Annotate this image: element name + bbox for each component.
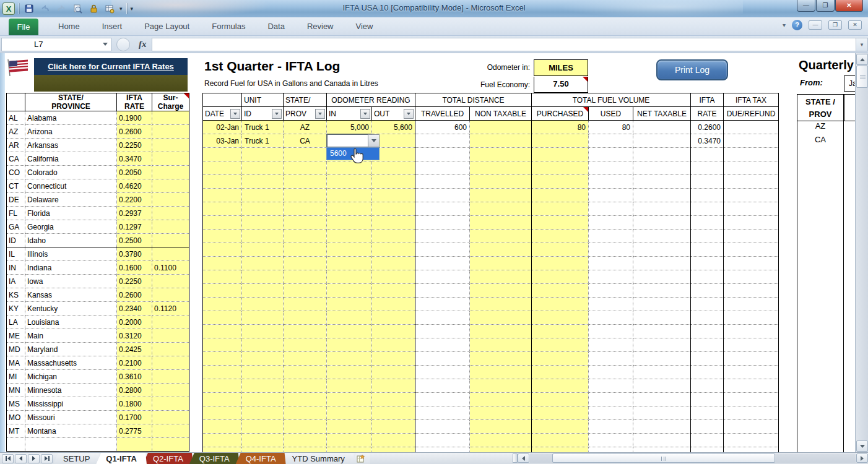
log-cell[interactable] (532, 311, 589, 325)
cell-rate[interactable]: 0.3780 (117, 247, 152, 261)
log-cell[interactable] (724, 434, 779, 447)
cell-name[interactable]: Main (25, 329, 117, 343)
log-cell[interactable] (633, 298, 691, 311)
log-cell[interactable] (242, 284, 284, 298)
log-cell[interactable] (724, 447, 779, 453)
cell-sur[interactable] (152, 111, 189, 125)
log-cell[interactable] (589, 270, 633, 284)
log-cell[interactable] (284, 420, 327, 434)
log-cell[interactable] (372, 257, 415, 270)
cell-rate[interactable]: 0.2200 (117, 193, 152, 207)
log-cell[interactable] (691, 352, 724, 366)
help-icon[interactable]: ? (792, 20, 802, 30)
log-cell[interactable] (327, 270, 372, 284)
cell-sur[interactable] (152, 316, 189, 329)
horizontal-scroll-thumb[interactable] (552, 453, 775, 463)
col-header-in[interactable]: IN (327, 107, 372, 121)
log-cell[interactable] (691, 161, 724, 175)
cell-name[interactable]: Kansas (25, 288, 117, 302)
log-cell[interactable] (284, 434, 327, 447)
log-cell[interactable] (724, 366, 779, 379)
cell-rate[interactable]: 0.2000 (117, 316, 152, 329)
log-cell[interactable] (724, 161, 779, 175)
log-cell[interactable] (327, 379, 372, 393)
log-cell[interactable] (724, 121, 779, 134)
vertical-scroll-thumb[interactable] (856, 66, 868, 88)
log-cell[interactable] (415, 379, 470, 393)
cell-name[interactable]: Delaware (25, 193, 117, 207)
log-cell[interactable] (589, 311, 633, 325)
log-cell[interactable] (415, 134, 470, 148)
log-cell[interactable]: Truck 1 (242, 121, 284, 134)
filter-dropdown-icon[interactable] (230, 109, 240, 119)
log-cell[interactable] (532, 134, 589, 148)
log-cell[interactable] (532, 216, 589, 230)
cell-sur[interactable] (152, 207, 189, 220)
log-cell[interactable] (372, 311, 415, 325)
log-cell[interactable] (470, 284, 532, 298)
log-cell[interactable] (532, 257, 589, 270)
cell-code[interactable]: LA (7, 316, 25, 329)
log-cell[interactable] (691, 420, 724, 434)
log-cell[interactable] (724, 284, 779, 298)
cell-rate[interactable]: 0.2800 (117, 384, 152, 397)
excel-logo-icon[interactable]: X (2, 2, 15, 15)
cell-code[interactable]: CO (7, 166, 25, 179)
log-cell[interactable] (284, 216, 327, 230)
log-cell[interactable] (372, 325, 415, 338)
cell-code[interactable]: MD (7, 343, 25, 356)
sheet-tab-q1-ifta[interactable]: Q1-IFTA (96, 453, 147, 464)
log-cell[interactable] (691, 189, 724, 202)
col-header-out[interactable]: OUT (372, 107, 415, 121)
log-cell[interactable] (691, 447, 724, 453)
sheet-tab-setup[interactable]: SETUP (53, 453, 100, 464)
log-cell[interactable] (589, 325, 633, 338)
col-header-prov[interactable]: PROV (284, 107, 327, 121)
log-cell[interactable] (415, 420, 470, 434)
log-cell[interactable]: 03-Jan (203, 134, 242, 148)
log-cell[interactable] (327, 325, 372, 338)
log-cell[interactable] (415, 189, 470, 202)
log-cell[interactable] (691, 270, 724, 284)
cell-code[interactable]: CA (7, 152, 25, 166)
log-cell[interactable] (242, 338, 284, 352)
log-cell[interactable] (470, 257, 532, 270)
insert-function-icon[interactable]: fx (139, 39, 147, 49)
log-cell[interactable] (284, 175, 327, 189)
horizontal-scroll-track[interactable] (530, 453, 856, 463)
cell-name[interactable]: Michigan (25, 370, 117, 384)
log-cell[interactable]: CA (284, 134, 327, 148)
log-cell[interactable] (724, 270, 779, 284)
cell-name[interactable]: Montana (25, 424, 117, 438)
log-cell[interactable] (589, 175, 633, 189)
scroll-right-icon[interactable] (856, 453, 868, 463)
log-cell[interactable] (589, 216, 633, 230)
log-cell[interactable] (724, 189, 779, 202)
log-cell[interactable] (415, 434, 470, 447)
log-cell[interactable] (633, 148, 691, 161)
log-cell[interactable] (327, 393, 372, 406)
log-cell[interactable] (203, 366, 242, 379)
log-cell[interactable] (532, 298, 589, 311)
chevron-down-icon[interactable]: ▾ (783, 22, 786, 28)
undo-icon[interactable] (39, 2, 51, 15)
scroll-down-icon[interactable] (856, 440, 868, 452)
log-cell[interactable] (415, 325, 470, 338)
log-cell[interactable] (532, 175, 589, 189)
cell-code[interactable]: IA (7, 275, 25, 288)
log-cell[interactable] (724, 175, 779, 189)
log-cell[interactable] (633, 161, 691, 175)
log-cell[interactable]: 600 (415, 121, 470, 134)
log-cell[interactable] (724, 216, 779, 230)
log-cell[interactable] (415, 148, 470, 161)
cell-name[interactable]: Louisiana (25, 316, 117, 329)
log-cell[interactable] (724, 338, 779, 352)
log-cell[interactable] (284, 366, 327, 379)
close-button[interactable]: ✕ (835, 0, 863, 12)
log-cell[interactable] (242, 189, 284, 202)
log-cell[interactable] (242, 447, 284, 453)
log-cell[interactable] (691, 284, 724, 298)
log-cell[interactable] (532, 189, 589, 202)
cell-sur[interactable] (152, 139, 189, 152)
log-cell[interactable] (415, 175, 470, 189)
